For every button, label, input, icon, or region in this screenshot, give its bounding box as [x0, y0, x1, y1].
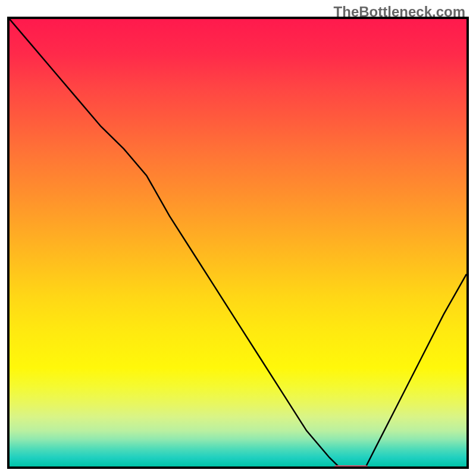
chart-frame — [7, 17, 469, 469]
optimum-marker — [333, 465, 369, 469]
chart-curve — [10, 19, 466, 466]
watermark-text: TheBottleneck.com — [334, 4, 465, 20]
